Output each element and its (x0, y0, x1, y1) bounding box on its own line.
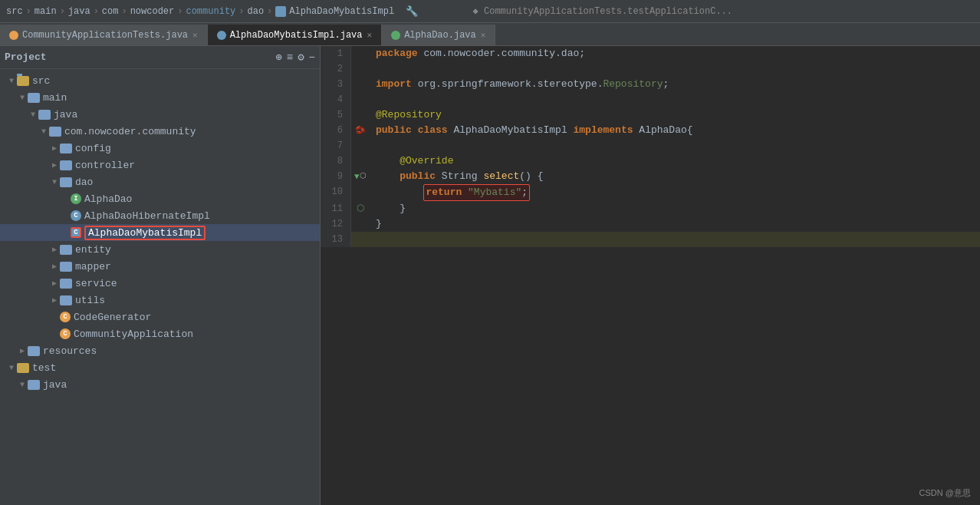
breadcrumb-main[interactable]: main (35, 6, 57, 17)
tree-item-main[interactable]: ▼ main (0, 89, 320, 106)
line-content-5: @Repository (370, 107, 980, 123)
tabs-bar: CommunityApplicationTests.java ✕ AlphaDa… (0, 23, 980, 46)
tree-label-entity: entity (75, 244, 111, 256)
line-content-9: public String select() { (370, 169, 980, 184)
tree-item-dao[interactable]: ▼ dao (0, 173, 320, 190)
tree-label-alpha-dao: AlphaDao (84, 193, 132, 205)
line-num-7: 7 (321, 138, 351, 153)
line-content-2 (370, 61, 980, 77)
breadcrumb-dao[interactable]: dao (247, 6, 264, 17)
tree-item-config[interactable]: ▶ config (0, 140, 320, 157)
tree-item-utils[interactable]: ▶ utils (0, 292, 320, 309)
code-line-2: 2 (321, 61, 980, 77)
tree-item-service[interactable]: ▶ service (0, 275, 320, 292)
tree-item-community-app[interactable]: ▶ C CommunityApplication (0, 325, 320, 342)
tab-close-community-tests[interactable]: ✕ (192, 30, 198, 40)
line-gutter-5 (351, 107, 370, 123)
code-line-8: 8 @Override (321, 153, 980, 169)
tree-item-java-test[interactable]: ▼ java (0, 376, 320, 393)
tree-label-alpha-dao-mybatis: AlphaDaoMybatisImpl (84, 226, 206, 240)
tab-alpha-dao-impl[interactable]: AlphaDaoMybatisImpl.java ✕ (208, 25, 382, 45)
tree-label-test: test (32, 362, 56, 374)
tree-item-alpha-dao-hibernate[interactable]: ▶ C AlphaDaoHibernateImpl (0, 207, 320, 224)
tree-item-test[interactable]: ▼ test (0, 359, 320, 376)
line-gutter-7 (351, 138, 370, 153)
line-num-5: 5 (321, 107, 351, 123)
tab-community-tests[interactable]: CommunityApplicationTests.java ✕ (0, 25, 208, 45)
line-content-13 (370, 232, 980, 247)
tree-spacer-hibernate: ▶ (60, 211, 71, 220)
tree-toggle-dao: ▼ (49, 178, 60, 186)
breadcrumb-file[interactable]: AlphaDaoMybatisImpl (289, 6, 394, 17)
tree-label-java: java (54, 109, 77, 120)
line-content-10: return "Mybatis"; (370, 184, 980, 201)
bc-sep-1: › (26, 6, 31, 17)
breadcrumb-src[interactable]: src (6, 6, 23, 17)
line-gutter-6: 🫘 (351, 123, 370, 138)
breadcrumb-wrench-icon: 🔧 (406, 5, 418, 18)
code-line-5: 5 @Repository (321, 107, 980, 123)
tree-item-src[interactable]: ▼ src (0, 72, 320, 89)
code-line-4: 4 (321, 92, 980, 107)
tree-item-com-nowcoder[interactable]: ▼ com.nowcoder.community (0, 123, 320, 140)
line-content-12: } (370, 216, 980, 232)
code-editor[interactable]: 1 package com.nowcoder.community.dao; 2 … (321, 46, 980, 505)
tree-item-alpha-dao-mybatis[interactable]: ▶ C AlphaDaoMybatisImpl (0, 224, 320, 241)
tree-toggle-utils: ▶ (49, 295, 60, 305)
file-icon-hibernate: C (71, 210, 81, 221)
project-icon-minimize[interactable]: − (309, 51, 315, 64)
tree-item-resources[interactable]: ▶ resources (0, 342, 320, 359)
code-line-11: 11 ⬡ } (321, 201, 980, 216)
tab-alpha-dao[interactable]: AlphaDao.java ✕ (382, 25, 495, 45)
code-line-1: 1 package com.nowcoder.community.dao; (321, 46, 980, 61)
line-num-4: 4 (321, 92, 351, 107)
file-icon-code-generator: C (60, 312, 71, 322)
tree-label-config: config (75, 143, 111, 154)
breadcrumb-community[interactable]: community (186, 6, 235, 17)
breadcrumb-nowcoder[interactable]: nowcoder (130, 6, 175, 17)
tree-toggle-src: ▼ (6, 77, 17, 85)
bc-sep-5: › (177, 6, 183, 17)
line-gutter-8 (351, 153, 370, 169)
tree-toggle-com-nowcoder: ▼ (38, 127, 49, 136)
file-icon-community-app: C (60, 328, 71, 339)
tree-item-mapper[interactable]: ▶ mapper (0, 258, 320, 275)
project-icon-target[interactable]: ⊕ (275, 51, 281, 64)
tab-close-alpha-dao-impl[interactable]: ✕ (367, 30, 373, 40)
project-icon-cog[interactable]: ≡ (287, 51, 293, 64)
tree-toggle-java-test: ▼ (17, 381, 28, 389)
project-header: Project ⊕ ≡ ⚙ − (0, 46, 320, 69)
line-content-7 (370, 138, 980, 153)
tree-item-code-generator[interactable]: ▶ C CodeGenerator (0, 309, 320, 325)
line-content-4 (370, 92, 980, 107)
tree-toggle-test: ▼ (6, 364, 17, 372)
line-content-8: @Override (370, 153, 980, 169)
tree-toggle-java: ▼ (28, 111, 38, 119)
tree-label-controller: controller (75, 160, 135, 171)
bc-sep-2: › (60, 6, 65, 17)
breadcrumb-java[interactable]: java (68, 6, 90, 17)
tree-item-alpha-dao[interactable]: ▶ I AlphaDao (0, 190, 320, 207)
tree-toggle-entity: ▶ (49, 245, 60, 254)
code-line-9: 9 ▲ ⬡ public String select() { (321, 169, 980, 184)
line-gutter-12 (351, 216, 370, 232)
line-content-11: } (370, 201, 980, 216)
project-icon-settings[interactable]: ⚙ (298, 51, 304, 64)
gutter-arrow-icon: ▲ (354, 169, 360, 184)
line-num-13: 13 (321, 232, 351, 247)
tree-item-controller[interactable]: ▶ controller (0, 157, 320, 173)
breadcrumb-com[interactable]: com (102, 6, 119, 17)
line-num-10: 10 (321, 184, 351, 201)
tree-item-entity[interactable]: ▶ entity (0, 241, 320, 258)
tab-label-community-tests: CommunityApplicationTests.java (22, 30, 188, 41)
tree-item-java[interactable]: ▼ java (0, 106, 320, 123)
tree-spacer-community-app: ▶ (49, 329, 60, 338)
tree-label-code-generator: CodeGenerator (74, 312, 151, 323)
file-icon-alpha-dao: I (71, 193, 81, 204)
tab-close-alpha-dao[interactable]: ✕ (481, 30, 486, 40)
tab-label-alpha-dao-impl: AlphaDaoMybatisImpl.java (230, 30, 363, 41)
tree-spacer-mybatis: ▶ (60, 228, 71, 237)
line-content-3: import org.springframework.stereotype.Re… (370, 77, 980, 92)
line-num-2: 2 (321, 61, 351, 77)
breadcrumb-right-tab: ◆ CommunityApplicationTests.testApplicat… (473, 5, 732, 17)
